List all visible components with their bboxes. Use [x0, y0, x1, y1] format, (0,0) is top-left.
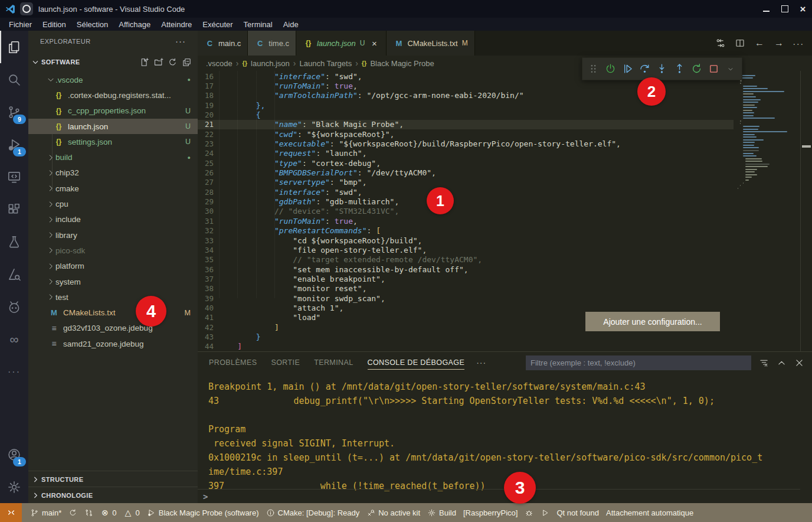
tab-time.c[interactable]: Ctime.c — [248, 31, 296, 56]
panel-tab-console-de-d-bogage[interactable]: CONSOLE DE DÉBOGAGE — [368, 352, 465, 373]
sidebar-more-button[interactable]: ··· — [175, 36, 186, 46]
editor-action-compare-changes[interactable] — [715, 38, 726, 48]
tree-item-.cortex-debug.registers.stat...[interactable]: {}.cortex-debug.registers.stat... — [28, 87, 198, 103]
debug-launch-button[interactable] — [603, 61, 618, 77]
debug-step-into-button[interactable] — [654, 61, 669, 77]
debug-dropdown-button[interactable] — [723, 61, 738, 77]
statusbar-item--raspberrypico-[interactable]: [RaspberryPico] — [460, 503, 521, 522]
remote-indicator[interactable] — [0, 503, 22, 522]
activitybar-item-explorer[interactable] — [0, 31, 28, 63]
minimize-button[interactable] — [757, 0, 775, 18]
statusbar-item-attachement-automatique[interactable]: Attachement automatique — [603, 503, 697, 522]
activitybar-item-manage[interactable] — [0, 471, 28, 503]
code-editor[interactable]: 16 "interface": "swd",17 "runToMain": tr… — [198, 71, 812, 351]
timeline-section-header[interactable]: CHRONOLOGIE — [28, 487, 198, 503]
menu-item-aide[interactable]: Aide — [278, 20, 304, 29]
sidebar-action-new-file[interactable] — [139, 57, 149, 67]
statusbar-item-qt-not-found[interactable]: Qt not found — [553, 503, 603, 522]
tree-item-include[interactable]: include — [28, 212, 198, 227]
tree-item-samd21-ozone.jdebug[interactable]: ≡samd21_ozone.jdebug — [28, 336, 198, 351]
activitybar-item-remote-explorer[interactable] — [0, 161, 28, 193]
tree-item-chip32[interactable]: chip32 — [28, 165, 198, 181]
panel-action-filter-clear-icon[interactable] — [759, 358, 769, 368]
menu-item-fichier[interactable]: Fichier — [4, 20, 37, 29]
debug-continue-button[interactable] — [620, 61, 635, 77]
maximize-button[interactable] — [775, 0, 794, 18]
tab-launch.json[interactable]: {}launch.jsonU× — [296, 31, 387, 56]
tree-item-build[interactable]: build● — [28, 149, 198, 165]
statusbar-item[interactable] — [537, 503, 553, 522]
debug-restart-button[interactable] — [689, 61, 704, 77]
tree-item-library[interactable]: library — [28, 227, 198, 243]
activitybar-item-cmake-tools[interactable] — [0, 258, 28, 291]
activitybar-item-vs-solution[interactable]: ∞ — [0, 323, 28, 355]
statusbar-item[interactable] — [521, 503, 537, 522]
panel-tab-probl-mes[interactable]: PROBLÈMES — [209, 352, 257, 373]
activitybar-item-testing[interactable] — [0, 226, 28, 258]
tree-item-c-cpp-properties.json[interactable]: {}c_cpp_properties.jsonU — [28, 103, 198, 119]
breadcrumb-item[interactable]: launch.json — [251, 59, 290, 68]
activitybar-item-extensions[interactable] — [0, 193, 28, 226]
sidebar-action-collapse-all[interactable] — [182, 57, 192, 67]
debug-stop-button[interactable] — [706, 61, 721, 77]
debug-console-input-row[interactable]: > — [198, 489, 800, 503]
breadcrumb-item[interactable]: Launch Targets — [300, 59, 352, 68]
sidebar-action-refresh[interactable] — [168, 57, 178, 67]
scrollbar-gutter[interactable] — [800, 71, 801, 351]
panel-more-button[interactable]: ··· — [476, 358, 486, 367]
tab-CMakeLists.txt[interactable]: MCMakeLists.txtM — [387, 31, 474, 56]
menu-item-atteindre[interactable]: Atteindre — [156, 20, 197, 29]
add-configuration-button[interactable]: Ajouter une configuration... — [585, 312, 720, 331]
minimap[interactable] — [734, 72, 800, 351]
tree-item-gd32vf103-ozone.jdebug[interactable]: ≡gd32vf103_ozone.jdebug — [28, 321, 198, 336]
statusbar-item-main-[interactable]: main* — [27, 503, 65, 522]
menu-item-exécuter[interactable]: Exécuter — [197, 20, 238, 29]
tree-item-pico-sdk[interactable]: pico-sdk — [28, 243, 198, 258]
debug-step-over-button[interactable] — [637, 61, 652, 77]
statusbar-item[interactable] — [81, 503, 97, 522]
tree-item-settings.json[interactable]: {}settings.jsonU — [28, 134, 198, 149]
activitybar-item-source-control[interactable]: 9 — [0, 96, 28, 128]
menu-item-terminal[interactable]: Terminal — [238, 20, 278, 29]
statusbar-item-0[interactable]: ⊗0 — [97, 503, 120, 522]
sidebar-action-new-folder[interactable] — [153, 57, 163, 67]
tree-item-platform[interactable]: platform — [28, 259, 198, 274]
tree-item-cmake[interactable]: cmake — [28, 181, 198, 196]
editor-action-more[interactable]: ··· — [793, 38, 804, 48]
close-button[interactable]: × — [794, 0, 812, 18]
tree-item-CMakeLists.txt[interactable]: MCMakeLists.txtM — [28, 305, 198, 320]
activitybar-item-search[interactable] — [0, 63, 28, 96]
activitybar-item-more-views[interactable]: ··· — [0, 355, 28, 388]
editor-action-back[interactable]: ← — [754, 38, 765, 48]
tree-item-cpu[interactable]: cpu — [28, 196, 198, 211]
statusbar-item-no-active-kit[interactable]: No active kit — [363, 503, 424, 522]
activitybar-item-platformio[interactable] — [0, 291, 28, 323]
tree-item-test[interactable]: test — [28, 289, 198, 305]
editor-action-split-editor[interactable] — [735, 38, 745, 48]
menu-item-sélection[interactable]: Sélection — [71, 20, 113, 29]
outline-section-header[interactable]: STRUCTURE — [28, 471, 198, 487]
tree-item-system[interactable]: system — [28, 274, 198, 289]
debug-filter-input[interactable] — [526, 355, 751, 370]
statusbar-item-black-magic-probe-software-[interactable]: Black Magic Probe (software) — [143, 503, 263, 522]
panel-tab-sortie[interactable]: SORTIE — [271, 352, 300, 373]
workspace-section-header[interactable]: SOFTWARE — [28, 55, 198, 69]
menu-item-affichage[interactable]: Affichage — [113, 20, 156, 29]
tab-main.c[interactable]: Cmain.c — [198, 31, 248, 56]
editor-action-forward[interactable]: → — [774, 38, 784, 48]
activitybar-item-accounts[interactable]: 1 — [0, 438, 28, 471]
menu-item-edition[interactable]: Edition — [37, 20, 71, 29]
panel-tab-terminal[interactable]: TERMINAL — [314, 352, 353, 373]
panel-action-close-icon[interactable] — [794, 358, 804, 368]
activitybar-item-run-and-debug[interactable]: 1 — [0, 128, 28, 161]
breadcrumb-item[interactable]: Black Magic Probe — [370, 59, 434, 68]
debug-step-out-button[interactable] — [672, 61, 687, 77]
tree-item-launch.json[interactable]: {}launch.jsonU — [28, 119, 198, 134]
panel-action-chevron-up-icon[interactable] — [777, 358, 787, 368]
statusbar-item-build[interactable]: Build — [424, 503, 460, 522]
tree-item-.vscode[interactable]: .vscode● — [28, 72, 198, 87]
statusbar-item-cmake-debug-ready[interactable]: CMake: [Debug]: Ready — [263, 503, 364, 522]
breadcrumb-item[interactable]: .vscode — [206, 59, 233, 68]
statusbar-item-0[interactable]: △0 — [120, 503, 143, 522]
close-tab-icon[interactable]: × — [369, 38, 379, 48]
